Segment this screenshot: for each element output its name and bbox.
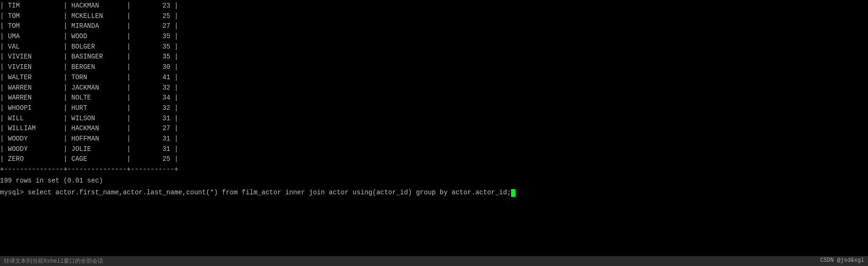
table-row: | VAL | BOLGER | 35 |: [0, 42, 868, 52]
table-bottom-separator: +---------------+---------------+-------…: [0, 165, 868, 175]
table-area: | TIM | HACKMAN | 23 || TOM | MCKELLEN |…: [0, 0, 868, 200]
table-row: | WILL | WILSON | 31 |: [0, 114, 868, 124]
table-row: | TOM | MCKELLEN | 25 |: [0, 11, 868, 22]
table-row: | UMA | WOOD | 35 |: [0, 32, 868, 42]
status-left-text: 转译文本到当前Xshell窗口的全部会话: [4, 257, 103, 265]
command-text: select actor.first_name,actor.last_name,…: [28, 187, 511, 199]
status-bar: 转译文本到当前Xshell窗口的全部会话 CSDN @jsd&xgl: [0, 256, 868, 266]
status-right-text: CSDN @jsd&xgl: [820, 257, 864, 265]
table-row: | WILLIAM | HACKMAN | 27 |: [0, 124, 868, 134]
table-row: | WALTER | TORN | 41 |: [0, 73, 868, 83]
table-row: | TOM | MIRANDA | 27 |: [0, 21, 868, 32]
table-row: | WOODY | JOLIE | 31 |: [0, 144, 868, 155]
table-row: | TIM | HACKMAN | 23 |: [0, 1, 868, 11]
prompt-row[interactable]: mysql> select actor.first_name,actor.las…: [0, 187, 868, 199]
table-row: | WARREN | NOLTE | 34 |: [0, 93, 868, 103]
result-count: 199 rows in set (0.01 sec): [0, 176, 868, 186]
cursor-block: [511, 189, 515, 197]
table-row: | VIVIEN | BASINGER | 35 |: [0, 52, 868, 62]
table-rows-container: | TIM | HACKMAN | 23 || TOM | MCKELLEN |…: [0, 1, 868, 165]
table-row: | WHOOPI | HURT | 32 |: [0, 103, 868, 114]
table-row: | VIVIEN | BERGEN | 30 |: [0, 62, 868, 73]
terminal-window: | TIM | HACKMAN | 23 || TOM | MCKELLEN |…: [0, 0, 868, 266]
table-row: | WOODY | HOFFMAN | 31 |: [0, 134, 868, 144]
table-row: | WARREN | JACKMAN | 32 |: [0, 83, 868, 93]
prompt-label: mysql>: [0, 187, 28, 199]
table-row: | ZERO | CAGE | 25 |: [0, 154, 868, 165]
